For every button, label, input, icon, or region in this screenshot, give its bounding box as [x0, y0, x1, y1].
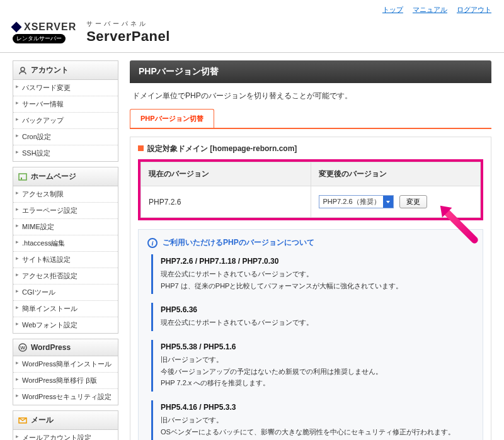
sidebar-link[interactable]: バックアップ: [13, 113, 118, 128]
change-button[interactable]: 変更: [399, 195, 427, 208]
sidebar-group-icon: [18, 172, 27, 181]
main-content: PHPバージョン切替 ドメイン単位でPHPのバージョンを切り替えることが可能です…: [130, 60, 491, 440]
sidebar-item: メールアカウント設定: [13, 430, 118, 440]
sidebar-group-header: メール: [13, 411, 118, 430]
version-table: 現在のバージョン 変更後のバージョン PHP7.2.6 PHP7.2.6（推奨）…: [140, 162, 481, 218]
tab-row: PHPバージョン切替: [130, 109, 491, 129]
tab-php-version[interactable]: PHPバージョン切替: [130, 109, 214, 128]
sidebar-link[interactable]: WordPress簡単インストール: [13, 356, 118, 372]
brand-badge: レンタルサーバー: [13, 34, 66, 43]
sidebar-item: MIME設定: [13, 218, 118, 235]
sidebar-link[interactable]: Cron設定: [13, 129, 118, 145]
version-block-desc: 現在公式にサポートされているバージョンです。: [161, 268, 474, 280]
sidebar-link[interactable]: MIME設定: [13, 219, 118, 235]
page-description: ドメイン単位でPHPのバージョンを切り替えることが可能です。: [130, 83, 491, 109]
page-title: PHPバージョン切替: [130, 60, 491, 83]
sidebar-list: WordPress簡単インストールWordPress簡単移行 β版WordPre…: [13, 356, 118, 405]
sidebar-item: WordPress簡単移行 β版: [13, 372, 118, 388]
sidebar-link[interactable]: アクセス拒否設定: [13, 268, 118, 284]
sidebar-link[interactable]: Webフォント設定: [13, 317, 118, 333]
sidebar-list: アクセス制限エラーページ設定MIME設定.htaccess編集サイト転送設定アク…: [13, 186, 118, 333]
sidebar-link[interactable]: WordPressセキュリティ設定: [13, 389, 118, 405]
top-links: トップ マニュアル ログアウト: [0, 0, 504, 17]
version-block-title: PHP7.2.6 / PHP7.1.18 / PHP7.0.30: [161, 257, 474, 266]
sidebar-item: エラーページ設定: [13, 202, 118, 218]
link-logout[interactable]: ログアウト: [457, 6, 491, 13]
link-top[interactable]: トップ: [382, 6, 403, 13]
sidebar-group-icon: [18, 66, 27, 75]
header: XSERVER レンタルサーバー サーバーパネル ServerPanel: [0, 17, 504, 53]
version-block: PHP5.4.16 / PHP5.3.3旧バージョンです。OSベンダーによるパッ…: [151, 400, 474, 440]
sidebar-group-header: WWordPress: [13, 339, 118, 356]
sidebar-link[interactable]: メールアカウント設定: [13, 430, 118, 440]
col-after-header: 変更後のバージョン: [311, 162, 481, 186]
sidebar-link[interactable]: SSH設定: [13, 145, 118, 161]
version-block-desc: 現在公式にサポートされているバージョンです。: [161, 317, 474, 329]
sidebar-link[interactable]: サーバー情報: [13, 96, 118, 112]
sidebar-link[interactable]: 簡単インストール: [13, 301, 118, 317]
logo-diamond-icon: [11, 21, 22, 32]
col-current-header: 現在のバージョン: [141, 162, 311, 186]
sidebar-item: サイト転送設定: [13, 251, 118, 268]
sidebar-item: WordPressセキュリティ設定: [13, 388, 118, 405]
sidebar-group: ホームページアクセス制限エラーページ設定MIME設定.htaccess編集サイト…: [13, 167, 118, 334]
sidebar-item: バックアップ: [13, 112, 118, 128]
sidebar-group-header: ホームページ: [13, 167, 118, 186]
sidebar-item: WordPress簡単インストール: [13, 356, 118, 372]
sidebar-link[interactable]: CGIツール: [13, 285, 118, 300]
version-block-desc: PHP7 は、従来のPHPと比較してパフォーマンスが大幅に強化されています。: [161, 280, 474, 292]
sidebar-group-header: アカウント: [13, 61, 118, 80]
version-block-desc: PHP 7.2.x への移行を推奨します。: [161, 438, 474, 441]
current-version-value: PHP7.2.6: [141, 186, 311, 218]
info-title: i ご利用いただけるPHPのバージョンについて: [147, 237, 474, 248]
highlight-frame: 現在のバージョン 変更後のバージョン PHP7.2.6 PHP7.2.6（推奨）…: [138, 159, 483, 220]
version-select[interactable]: PHP7.2.6（推奨）: [319, 195, 394, 208]
panel-title: サーバーパネル ServerPanel: [86, 20, 170, 45]
version-block: PHP7.2.6 / PHP7.1.18 / PHP7.0.30現在公式にサポー…: [151, 254, 474, 294]
target-domain-label: 設定対象ドメイン [homepage-reborn.com]: [138, 144, 483, 154]
sidebar-group-title: アカウント: [31, 65, 69, 76]
php-versions-info: i ご利用いただけるPHPのバージョンについて PHP7.2.6 / PHP7.…: [138, 229, 483, 440]
square-bullet-icon: [138, 145, 144, 151]
brand-text: XSERVER: [24, 21, 76, 33]
sidebar-item: アクセス制限: [13, 186, 118, 202]
sidebar-link[interactable]: アクセス制限: [13, 186, 118, 202]
sidebar-link[interactable]: エラーページ設定: [13, 203, 118, 218]
brand-logo: XSERVER レンタルサーバー: [13, 21, 76, 43]
version-block-desc: 今後バージョンアップの予定はないため新規での利用は推奨しません。: [161, 366, 474, 378]
sidebar-group-title: ホームページ: [31, 171, 76, 182]
sidebar-link[interactable]: パスワード変更: [13, 80, 118, 96]
version-block: PHP5.6.36現在公式にサポートされているバージョンです。: [151, 303, 474, 331]
info-title-text: ご利用いただけるPHPのバージョンについて: [163, 237, 314, 248]
sidebar-list: パスワード変更サーバー情報バックアップCron設定SSH設定: [13, 80, 118, 161]
version-block-desc: 旧バージョンです。: [161, 414, 474, 426]
sidebar-group: メールメールアカウント設定迷惑メール設定自動応答設定SMTP認証の国外アクセス制…: [13, 410, 118, 440]
link-manual[interactable]: マニュアル: [413, 6, 447, 13]
sidebar-link[interactable]: WordPress簡単移行 β版: [13, 373, 118, 388]
sidebar-item: CGIツール: [13, 284, 118, 300]
sidebar-item: アクセス拒否設定: [13, 268, 118, 284]
sidebar-item: サーバー情報: [13, 96, 118, 112]
sidebar-group: アカウントパスワード変更サーバー情報バックアップCron設定SSH設定: [13, 60, 118, 162]
sidebar-item: .htaccess編集: [13, 235, 118, 251]
sidebar-item: Webフォント設定: [13, 317, 118, 333]
sidebar-group-icon: [18, 416, 27, 425]
panel-main-title: ServerPanel: [86, 28, 170, 45]
target-label-text: 設定対象ドメイン: [147, 144, 208, 153]
sidebar-group: WWordPressWordPress簡単インストールWordPress簡単移行…: [13, 339, 118, 405]
version-block-desc: PHP 7.2.x への移行を推奨します。: [161, 377, 474, 389]
sidebar: アカウントパスワード変更サーバー情報バックアップCron設定SSH設定ホームペー…: [13, 60, 118, 440]
sidebar-link[interactable]: .htaccess編集: [13, 235, 118, 251]
version-block-title: PHP5.6.36: [161, 305, 474, 314]
version-block-desc: 旧バージョンです。: [161, 354, 474, 366]
sidebar-link[interactable]: サイト転送設定: [13, 252, 118, 268]
panel-subtitle: サーバーパネル: [86, 20, 170, 28]
sidebar-item: 簡単インストール: [13, 300, 118, 317]
config-section: 設定対象ドメイン [homepage-reborn.com] 現在のバージョン …: [130, 137, 491, 440]
sidebar-item: パスワード変更: [13, 80, 118, 96]
version-block-desc: OSベンダーによるパッチにて、影響の大きな脆弱性を中心にセキュリティ修正が行われ…: [161, 426, 474, 438]
sidebar-item: SSH設定: [13, 145, 118, 161]
svg-rect-2: [21, 178, 22, 179]
chevron-down-icon: [383, 196, 393, 208]
sidebar-list: メールアカウント設定迷惑メール設定自動応答設定SMTP認証の国外アクセス制限設定…: [13, 430, 118, 440]
